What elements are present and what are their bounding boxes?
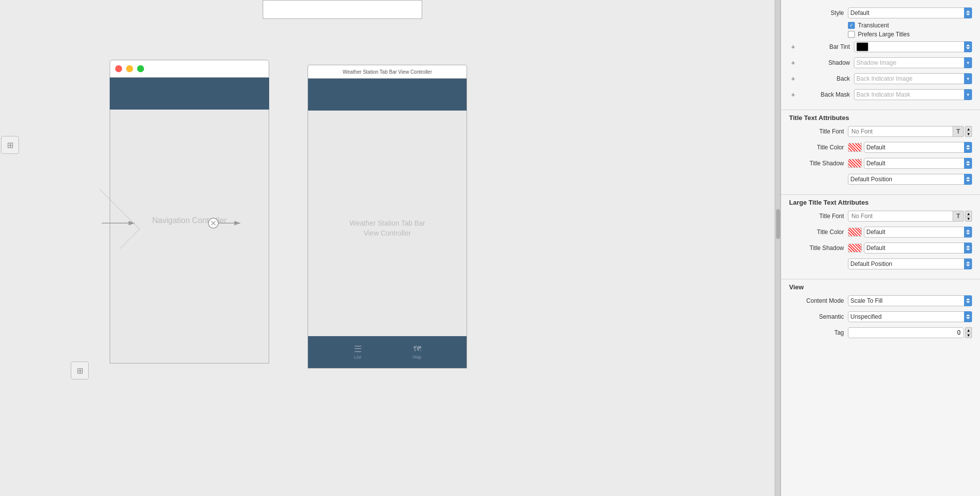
nav-bar xyxy=(110,78,269,110)
style-value: Default xyxy=(850,9,869,16)
large-title-color-swatch[interactable] xyxy=(848,228,862,237)
scrollbar-thumb[interactable] xyxy=(776,209,780,239)
large-title-font-stepper-up[interactable]: ▲ xyxy=(965,211,972,216)
traffic-light-yellow[interactable] xyxy=(126,65,133,72)
canvas-area: ⊞ ⊞ Navigation Controller xyxy=(0,0,775,496)
large-title-shadow-arrow[interactable] xyxy=(964,243,972,253)
corner-icon-bottom-left: ⊞ xyxy=(71,362,89,379)
style-label: Style xyxy=(789,9,844,16)
bar-tint-arrow[interactable] xyxy=(964,41,972,52)
title-shadow-arrow[interactable] xyxy=(964,158,972,169)
corner-icon-left: ⊞ xyxy=(1,136,19,154)
bar-tint-plus[interactable]: + xyxy=(791,43,798,50)
shadow-row: + Shadow Shadow Image xyxy=(789,56,972,70)
semantic-select[interactable]: Unspecified xyxy=(848,311,972,322)
tag-stepper-down[interactable]: ▼ xyxy=(965,333,972,338)
title-text-attributes-heading: Title Text Attributes xyxy=(781,110,980,124)
back-mask-arrow[interactable] xyxy=(964,89,972,100)
large-title-shadow-label: Title Shadow xyxy=(789,245,844,251)
back-mask-select[interactable]: Back Indicator Mask xyxy=(854,89,972,100)
large-title-color-select[interactable]: Default xyxy=(864,227,972,238)
bar-tint-swatch xyxy=(856,42,868,51)
large-title-color-row: Title Color Default xyxy=(789,225,972,239)
large-title-shadow-swatch[interactable] xyxy=(848,244,862,252)
translucent-row: Translucent xyxy=(789,22,972,29)
tab-item-map[interactable]: 🗺 Map xyxy=(411,345,423,360)
title-shadow-label: Title Shadow xyxy=(789,160,844,167)
translucent-checkbox[interactable] xyxy=(848,22,855,29)
prefers-large-titles-row: Prefers Large Titles xyxy=(789,31,972,38)
back-arrow[interactable] xyxy=(964,73,972,84)
shadow-label: Shadow xyxy=(800,59,850,66)
large-title-font-T-button[interactable]: T xyxy=(953,211,964,222)
tag-input[interactable] xyxy=(848,327,964,338)
view-section: Content Mode Scale To Fill Semantic Unsp… xyxy=(781,294,980,346)
top-center-box xyxy=(263,0,422,19)
large-title-shadow-row: Title Shadow Default xyxy=(789,241,972,255)
semantic-label: Semantic xyxy=(789,313,844,320)
title-position-arrow[interactable] xyxy=(964,174,972,185)
shadow-select[interactable]: Shadow Image xyxy=(854,57,972,68)
large-title-font-stepper[interactable]: ▲ ▼ xyxy=(965,211,972,222)
view-heading: View xyxy=(781,279,980,294)
content-mode-arrow[interactable] xyxy=(964,295,972,306)
shadow-plus[interactable]: + xyxy=(791,59,798,66)
back-plus[interactable]: + xyxy=(791,75,798,82)
large-title-shadow-select[interactable]: Default xyxy=(864,243,972,253)
title-font-stepper-up[interactable]: ▲ xyxy=(965,126,972,131)
nav-controller: Navigation Controller xyxy=(110,60,269,364)
back-mask-plus[interactable]: + xyxy=(791,91,798,98)
large-title-text-attributes-heading: Large Title Text Attributes xyxy=(781,194,980,209)
tag-row: Tag ▲ ▼ xyxy=(789,326,972,340)
title-position-select[interactable]: Default Position xyxy=(848,174,972,185)
tab-nav-bar xyxy=(308,79,467,111)
back-row: + Back Back Indicator Image xyxy=(789,72,972,86)
title-font-stepper-down[interactable]: ▼ xyxy=(965,131,972,137)
tab-title-text: Weather Station Tab Bar View Controller xyxy=(343,69,432,75)
large-title-position-arrow[interactable] xyxy=(964,258,972,269)
style-select[interactable]: Default xyxy=(848,7,972,18)
title-font-input[interactable] xyxy=(848,126,953,137)
prefers-large-titles-checkbox[interactable] xyxy=(848,31,855,38)
large-title-shadow-value: Default xyxy=(866,245,885,251)
semantic-arrow[interactable] xyxy=(964,311,972,322)
title-color-control: Default xyxy=(848,142,972,153)
tag-label: Tag xyxy=(789,329,844,336)
semantic-value: Unspecified xyxy=(850,313,882,320)
title-font-T-button[interactable]: T xyxy=(953,126,964,137)
large-title-font-label: Title Font xyxy=(789,213,844,220)
large-title-color-arrow[interactable] xyxy=(964,227,972,238)
bar-tint-select[interactable] xyxy=(854,41,972,52)
semantic-row: Semantic Unspecified xyxy=(789,310,972,324)
traffic-light-green[interactable] xyxy=(137,65,144,72)
title-color-select[interactable]: Default xyxy=(864,142,972,153)
traffic-light-red[interactable] xyxy=(115,65,122,72)
title-font-row: Title Font T ▲ ▼ xyxy=(789,124,972,138)
back-control: Back Indicator Image xyxy=(854,73,972,84)
large-title-font-stepper-down[interactable]: ▼ xyxy=(965,216,972,222)
title-color-arrow[interactable] xyxy=(964,142,972,153)
large-title-font-input[interactable] xyxy=(848,211,953,222)
shadow-control: Shadow Image xyxy=(854,57,972,68)
shadow-arrow[interactable] xyxy=(964,57,972,68)
style-select-arrow[interactable] xyxy=(964,7,972,18)
tag-stepper-up[interactable]: ▲ xyxy=(965,327,972,333)
large-title-position-row: Default Position xyxy=(789,257,972,271)
title-font-stepper[interactable]: ▲ ▼ xyxy=(965,126,972,137)
large-title-position-select[interactable]: Default Position xyxy=(848,258,972,269)
title-shadow-select[interactable]: Default xyxy=(864,158,972,169)
title-shadow-swatch[interactable] xyxy=(848,159,862,168)
content-mode-select[interactable]: Scale To Fill xyxy=(848,295,972,306)
nav-controller-label: Navigation Controller xyxy=(152,216,226,225)
back-mask-label: Back Mask xyxy=(800,91,850,98)
back-mask-placeholder: Back Indicator Mask xyxy=(856,91,910,98)
back-select[interactable]: Back Indicator Image xyxy=(854,73,972,84)
prefers-large-titles-label: Prefers Large Titles xyxy=(858,31,910,38)
title-color-swatch[interactable] xyxy=(848,143,862,152)
tab-item-map-label: Map xyxy=(413,355,422,360)
large-title-position-control: Default Position xyxy=(848,258,972,269)
title-position-row: Default Position xyxy=(789,172,972,186)
tag-stepper[interactable]: ▲ ▼ xyxy=(965,327,972,338)
tab-item-list[interactable]: ☰ List xyxy=(352,345,364,360)
shadow-placeholder: Shadow Image xyxy=(856,59,896,66)
